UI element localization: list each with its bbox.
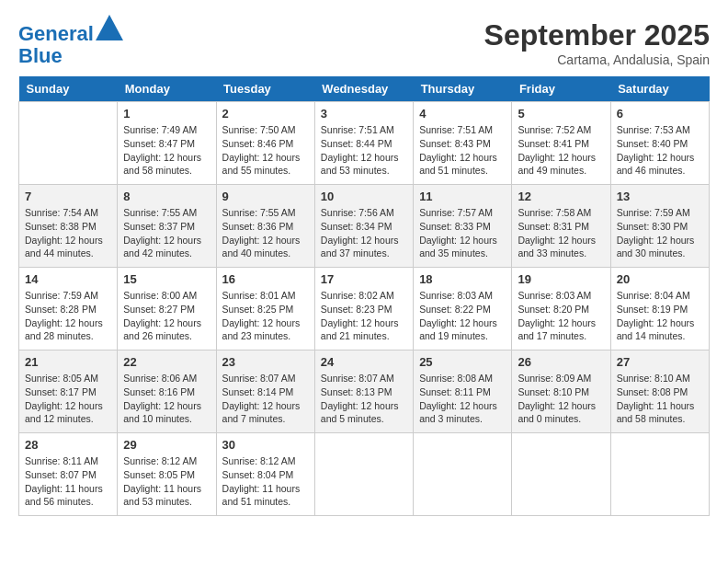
location: Cartama, Andalusia, Spain [484, 52, 710, 67]
day-number: 20 [617, 272, 703, 286]
page-header: General Blue September 2025 Cartama, And… [18, 18, 710, 67]
day-cell: 23Sunrise: 8:07 AMSunset: 8:14 PMDayligh… [216, 350, 314, 433]
header-day-friday: Friday [512, 76, 610, 102]
day-cell: 25Sunrise: 8:08 AMSunset: 8:11 PMDayligh… [414, 350, 512, 433]
day-cell: 26Sunrise: 8:09 AMSunset: 8:10 PMDayligh… [512, 350, 610, 433]
day-cell: 27Sunrise: 8:10 AMSunset: 8:08 PMDayligh… [610, 350, 709, 433]
header-day-sunday: Sunday [19, 76, 118, 102]
day-cell: 11Sunrise: 7:57 AMSunset: 8:33 PMDayligh… [414, 185, 512, 268]
day-cell: 16Sunrise: 8:01 AMSunset: 8:25 PMDayligh… [216, 268, 314, 350]
day-cell: 12Sunrise: 7:58 AMSunset: 8:31 PMDayligh… [512, 185, 610, 268]
day-number: 25 [419, 355, 506, 369]
day-cell [19, 102, 118, 185]
week-row-4: 21Sunrise: 8:05 AMSunset: 8:17 PMDayligh… [19, 350, 710, 433]
day-number: 23 [222, 355, 309, 369]
day-number: 27 [617, 355, 703, 369]
week-row-2: 7Sunrise: 7:54 AMSunset: 8:38 PMDaylight… [19, 185, 710, 268]
day-info: Sunrise: 7:54 AMSunset: 8:38 PMDaylight:… [25, 206, 111, 260]
day-cell: 1Sunrise: 7:49 AMSunset: 8:47 PMDaylight… [118, 102, 216, 185]
day-info: Sunrise: 7:51 AMSunset: 8:44 PMDaylight:… [321, 123, 407, 178]
day-cell: 6Sunrise: 7:53 AMSunset: 8:40 PMDaylight… [610, 102, 709, 185]
day-number: 5 [518, 107, 604, 121]
svg-marker-1 [103, 28, 116, 40]
day-number: 9 [222, 190, 309, 203]
week-row-1: 1Sunrise: 7:49 AMSunset: 8:47 PMDaylight… [19, 102, 710, 185]
day-cell: 20Sunrise: 8:04 AMSunset: 8:19 PMDayligh… [610, 268, 709, 350]
day-cell: 9Sunrise: 7:55 AMSunset: 8:36 PMDaylight… [216, 185, 314, 268]
day-info: Sunrise: 8:00 AMSunset: 8:27 PMDaylight:… [123, 289, 210, 343]
day-number: 1 [123, 107, 210, 121]
day-info: Sunrise: 7:56 AMSunset: 8:34 PMDaylight:… [321, 206, 407, 260]
header-day-saturday: Saturday [610, 76, 709, 102]
day-number: 16 [222, 272, 309, 286]
day-info: Sunrise: 7:59 AMSunset: 8:28 PMDaylight:… [25, 289, 111, 343]
day-info: Sunrise: 8:10 AMSunset: 8:08 PMDaylight:… [617, 372, 703, 426]
day-info: Sunrise: 7:57 AMSunset: 8:33 PMDaylight:… [419, 206, 506, 260]
day-number: 3 [321, 107, 407, 121]
day-info: Sunrise: 8:01 AMSunset: 8:25 PMDaylight:… [222, 289, 309, 343]
day-info: Sunrise: 7:59 AMSunset: 8:30 PMDaylight:… [617, 206, 703, 260]
day-number: 12 [518, 190, 604, 203]
day-number: 21 [25, 355, 111, 369]
day-info: Sunrise: 8:05 AMSunset: 8:17 PMDaylight:… [25, 372, 111, 426]
day-number: 30 [222, 438, 309, 452]
day-cell: 8Sunrise: 7:55 AMSunset: 8:37 PMDaylight… [118, 185, 216, 268]
calendar-table: SundayMondayTuesdayWednesdayThursdayFrid… [18, 76, 710, 516]
day-info: Sunrise: 8:06 AMSunset: 8:16 PMDaylight:… [123, 372, 210, 426]
day-cell: 3Sunrise: 7:51 AMSunset: 8:44 PMDaylight… [314, 102, 413, 185]
day-info: Sunrise: 8:12 AMSunset: 8:05 PMDaylight:… [123, 454, 210, 509]
day-cell: 18Sunrise: 8:03 AMSunset: 8:22 PMDayligh… [414, 268, 512, 350]
day-info: Sunrise: 7:55 AMSunset: 8:36 PMDaylight:… [222, 206, 309, 260]
day-cell: 30Sunrise: 8:12 AMSunset: 8:04 PMDayligh… [216, 433, 314, 516]
day-cell: 17Sunrise: 8:02 AMSunset: 8:23 PMDayligh… [314, 268, 413, 350]
day-info: Sunrise: 8:03 AMSunset: 8:22 PMDaylight:… [419, 289, 506, 343]
day-info: Sunrise: 8:03 AMSunset: 8:20 PMDaylight:… [518, 289, 604, 343]
day-cell: 19Sunrise: 8:03 AMSunset: 8:20 PMDayligh… [512, 268, 610, 350]
week-row-3: 14Sunrise: 7:59 AMSunset: 8:28 PMDayligh… [19, 268, 710, 350]
day-cell: 7Sunrise: 7:54 AMSunset: 8:38 PMDaylight… [19, 185, 118, 268]
day-cell [512, 433, 610, 516]
day-number: 26 [518, 355, 604, 369]
day-number: 6 [617, 107, 703, 121]
day-cell [414, 433, 512, 516]
day-info: Sunrise: 8:11 AMSunset: 8:07 PMDaylight:… [25, 454, 111, 509]
day-number: 2 [222, 107, 309, 121]
day-number: 10 [321, 190, 407, 203]
day-number: 7 [25, 190, 111, 203]
day-number: 4 [419, 107, 506, 121]
day-cell: 2Sunrise: 7:50 AMSunset: 8:46 PMDaylight… [216, 102, 314, 185]
day-number: 18 [419, 272, 506, 286]
header-day-wednesday: Wednesday [314, 76, 413, 102]
day-info: Sunrise: 7:55 AMSunset: 8:37 PMDaylight:… [123, 206, 210, 260]
day-info: Sunrise: 8:07 AMSunset: 8:13 PMDaylight:… [321, 372, 407, 426]
title-area: September 2025 Cartama, Andalusia, Spain [484, 18, 710, 67]
day-info: Sunrise: 8:02 AMSunset: 8:23 PMDaylight:… [321, 289, 407, 343]
logo: General Blue [18, 18, 123, 67]
day-info: Sunrise: 8:04 AMSunset: 8:19 PMDaylight:… [617, 289, 703, 343]
header-day-thursday: Thursday [414, 76, 512, 102]
day-number: 22 [123, 355, 210, 369]
day-number: 15 [123, 272, 210, 286]
day-number: 29 [123, 438, 210, 452]
day-info: Sunrise: 7:53 AMSunset: 8:40 PMDaylight:… [617, 123, 703, 178]
day-info: Sunrise: 8:09 AMSunset: 8:10 PMDaylight:… [518, 372, 604, 426]
day-number: 24 [321, 355, 407, 369]
day-info: Sunrise: 7:52 AMSunset: 8:41 PMDaylight:… [518, 123, 604, 178]
day-number: 28 [25, 438, 111, 452]
day-cell: 13Sunrise: 7:59 AMSunset: 8:30 PMDayligh… [610, 185, 709, 268]
day-cell: 28Sunrise: 8:11 AMSunset: 8:07 PMDayligh… [19, 433, 118, 516]
day-number: 19 [518, 272, 604, 286]
day-cell: 5Sunrise: 7:52 AMSunset: 8:41 PMDaylight… [512, 102, 610, 185]
week-row-5: 28Sunrise: 8:11 AMSunset: 8:07 PMDayligh… [19, 433, 710, 516]
day-info: Sunrise: 7:50 AMSunset: 8:46 PMDaylight:… [222, 123, 309, 178]
month-title: September 2025 [484, 18, 710, 52]
logo-text: General Blue [18, 18, 123, 67]
day-number: 11 [419, 190, 506, 203]
day-number: 17 [321, 272, 407, 286]
day-cell: 14Sunrise: 7:59 AMSunset: 8:28 PMDayligh… [19, 268, 118, 350]
day-info: Sunrise: 8:12 AMSunset: 8:04 PMDaylight:… [222, 454, 309, 509]
day-info: Sunrise: 7:58 AMSunset: 8:31 PMDaylight:… [518, 206, 604, 260]
day-cell: 4Sunrise: 7:51 AMSunset: 8:43 PMDaylight… [414, 102, 512, 185]
day-number: 8 [123, 190, 210, 203]
header-day-monday: Monday [118, 76, 216, 102]
